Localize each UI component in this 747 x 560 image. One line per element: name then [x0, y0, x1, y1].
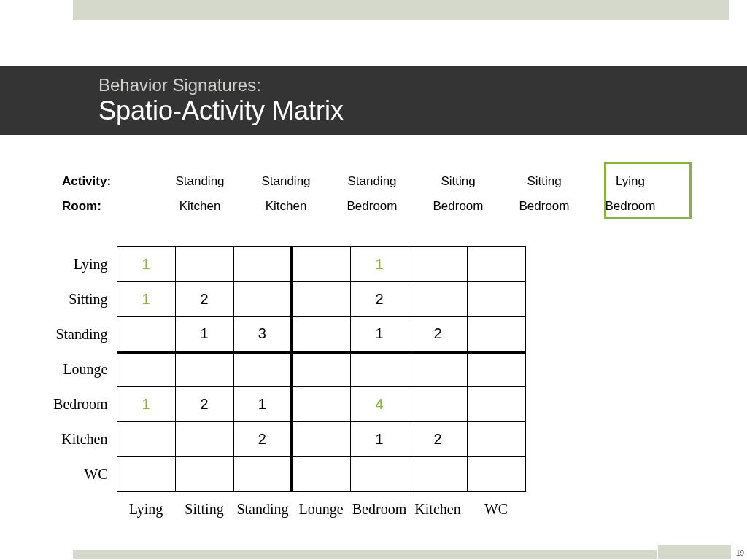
- matrix-row-label: Lounge: [44, 352, 117, 387]
- seq-col: Bedroom: [329, 199, 415, 214]
- matrix-cell: 1: [350, 317, 409, 352]
- matrix-cell: [292, 317, 350, 352]
- matrix-cell: [467, 422, 525, 457]
- matrix-cell: [117, 457, 175, 492]
- activity-label: Activity:: [62, 174, 157, 189]
- matrix-cell: [467, 387, 525, 422]
- matrix-cell: [292, 352, 350, 387]
- matrix-cell: 1: [233, 387, 292, 422]
- matrix-cell: 2: [350, 282, 409, 317]
- matrix-cell: [467, 282, 525, 317]
- seq-col: Standing: [157, 174, 243, 189]
- matrix-cell: 1: [117, 387, 175, 422]
- matrix-col-label: WC: [467, 492, 525, 527]
- seq-col: Standing: [243, 174, 329, 189]
- slide-subtitle: Behavior Signatures:: [98, 75, 747, 96]
- page-number: 19: [736, 549, 744, 557]
- bottom-accent-bar-right: [658, 545, 731, 559]
- matrix-cell: [409, 387, 467, 422]
- seq-col: Kitchen: [157, 199, 243, 214]
- matrix-cell: [467, 457, 525, 492]
- matrix-cell: 1: [350, 422, 409, 457]
- matrix-cell: 3: [233, 317, 292, 352]
- matrix-cell: 2: [175, 387, 233, 422]
- seq-col: Kitchen: [243, 199, 329, 214]
- matrix-cell: 2: [409, 422, 467, 457]
- bottom-accent-bar: [73, 550, 657, 559]
- matrix-col-label: Sitting: [175, 492, 233, 527]
- matrix-cell: [175, 352, 233, 387]
- matrix-cell: [350, 352, 409, 387]
- matrix-row-label: Kitchen: [44, 422, 117, 457]
- seq-col: Bedroom: [501, 199, 587, 214]
- seq-col: Sitting: [501, 174, 587, 189]
- matrix-cell: 2: [175, 282, 233, 317]
- matrix-row-label: Bedroom: [44, 387, 117, 422]
- matrix-row-label: Standing: [44, 317, 117, 352]
- matrix-cell: 1: [350, 247, 409, 282]
- matrix-cell: 4: [350, 387, 409, 422]
- matrix-cell: [409, 282, 467, 317]
- matrix-cell: [292, 247, 350, 282]
- matrix-cell: [409, 247, 467, 282]
- matrix-cell: [233, 282, 292, 317]
- matrix-cell: [292, 387, 350, 422]
- title-band: Behavior Signatures: Spatio-Activity Mat…: [0, 66, 747, 135]
- matrix-cell: [409, 352, 467, 387]
- matrix-cell: 2: [233, 422, 292, 457]
- matrix-cell: [409, 457, 467, 492]
- matrix-col-label: Bedroom: [350, 492, 409, 527]
- matrix-table: Lying11Sitting122Standing1312LoungeBedro…: [44, 246, 526, 527]
- matrix-cell: [292, 457, 350, 492]
- room-label: Room:: [62, 199, 157, 214]
- matrix-cell: 1: [175, 317, 233, 352]
- matrix-cell: [233, 457, 292, 492]
- matrix-cell: [350, 457, 409, 492]
- matrix-col-label: Lying: [117, 492, 175, 527]
- matrix-col-label: Kitchen: [409, 492, 467, 527]
- matrix-cell: [467, 247, 525, 282]
- matrix-cell: [175, 247, 233, 282]
- matrix-row-label: WC: [44, 457, 117, 492]
- matrix-cell: [175, 422, 233, 457]
- seq-col: Bedroom: [415, 199, 501, 214]
- matrix-cell: [233, 247, 292, 282]
- slide-title: Spatio-Activity Matrix: [98, 96, 747, 126]
- matrix-cell: [117, 422, 175, 457]
- spatio-activity-matrix: Lying11Sitting122Standing1312LoungeBedro…: [44, 246, 526, 527]
- matrix-cell: 2: [409, 317, 467, 352]
- matrix-cell: [467, 317, 525, 352]
- matrix-cell: 1: [117, 247, 175, 282]
- matrix-cell: [292, 422, 350, 457]
- matrix-row-label: Sitting: [44, 282, 117, 317]
- matrix-cell: [292, 282, 350, 317]
- matrix-cell: [175, 457, 233, 492]
- matrix-cell: [117, 317, 175, 352]
- current-state-highlight: [604, 162, 692, 219]
- matrix-cell: [233, 352, 292, 387]
- matrix-row-label: Lying: [44, 247, 117, 282]
- matrix-cell: [467, 352, 525, 387]
- matrix-col-label: Lounge: [292, 492, 350, 527]
- matrix-cell: 1: [117, 282, 175, 317]
- seq-col: Standing: [329, 174, 415, 189]
- top-accent-bar: [73, 0, 729, 20]
- matrix-col-label: Standing: [233, 492, 292, 527]
- matrix-cell: [117, 352, 175, 387]
- seq-col: Sitting: [415, 174, 501, 189]
